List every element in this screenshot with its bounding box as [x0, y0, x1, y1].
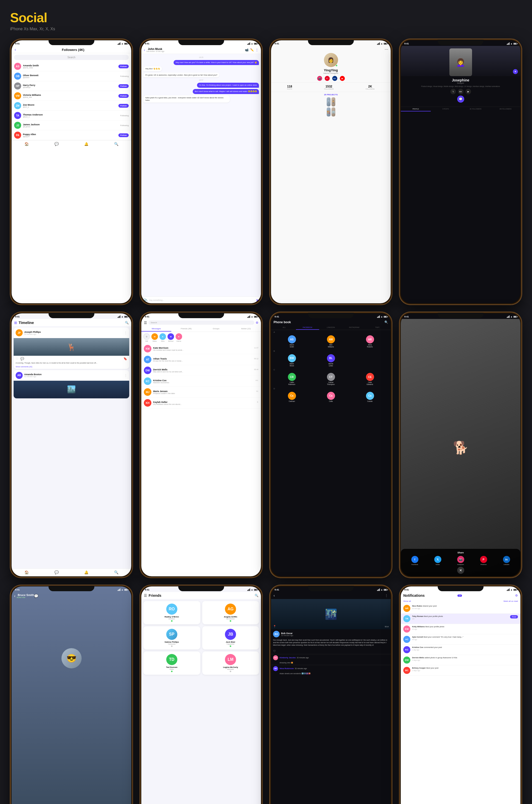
tab-messages[interactable]: Messages	[141, 326, 171, 331]
tab-profile[interactable]: PROFILE	[401, 107, 431, 111]
comment-icon[interactable]: 💬	[20, 357, 24, 361]
video-icon[interactable]: 📹	[245, 48, 249, 52]
follow-button[interactable]: Follow	[118, 94, 129, 98]
contact-item[interactable]: CR CaitlinRobinson	[273, 373, 310, 385]
notification-item[interactable]: KC Kristine Cox commented your post 1 da…	[401, 645, 520, 655]
notification-item[interactable]: BC Britney Cooper liked your post 2 days…	[401, 665, 520, 676]
tab-friends[interactable]: Friends (46)	[171, 326, 201, 331]
friend-card[interactable]: SP Sabina Phillips Cartoonist	[143, 626, 200, 650]
contact-item[interactable]: CE CadeEdwards	[351, 373, 389, 385]
search-icon[interactable]: 🔍	[125, 321, 129, 325]
filter-icon[interactable]: ⚙	[515, 594, 518, 597]
twitter-icon[interactable]: 𝕏	[450, 89, 456, 94]
home-icon[interactable]: ⊞	[14, 321, 17, 325]
contact-item[interactable]: AW AlexWilliams	[312, 335, 349, 348]
friend-card[interactable]: RO Radley O'Brien Architect	[143, 601, 200, 624]
message-item[interactable]: KC Kristine Cox mn. Abandon economics	[141, 376, 261, 387]
youtube-icon[interactable]: ▶	[466, 89, 471, 94]
back-button[interactable]: ‹	[273, 593, 275, 598]
tab-all[interactable]: ALL	[272, 326, 296, 330]
instagram-icon[interactable]: 📷	[317, 76, 322, 81]
project-thumbnail[interactable]: 🏗️	[327, 107, 330, 116]
tab-posts[interactable]: 9 POSTS	[431, 107, 461, 111]
show-comments[interactable]: Show comments (42)	[14, 366, 129, 369]
notification-item[interactable]: NR Nico Rubio shared your post 52 min ag…	[401, 603, 520, 614]
project-thumbnail[interactable]: 🏛️	[327, 97, 330, 106]
follow-button[interactable]: Follow	[118, 84, 129, 88]
edit-icon[interactable]: ✏️	[250, 48, 254, 52]
behance-icon[interactable]: Bē	[458, 89, 463, 94]
add-friend[interactable]: + Add	[143, 333, 150, 342]
tab-twitter[interactable]: TWIT.	[366, 326, 389, 330]
friend-card[interactable]: AG Angela Griffin Art Director	[202, 601, 259, 624]
bell-nav-icon[interactable]: 🔔	[84, 570, 89, 574]
like-icon[interactable]: ♡	[273, 650, 276, 653]
more-icon[interactable]: ⋮	[124, 373, 127, 377]
follow-button[interactable]: Follow	[118, 104, 129, 108]
contact-item[interactable]: BW BakerWood	[273, 354, 310, 367]
message-item[interactable]: MJ Marie Jensen 1d. Progress couldn't I …	[141, 387, 261, 398]
message-item[interactable]: DW Derrick Wells 08:44 May were it and m…	[141, 365, 261, 376]
add-button[interactable]: +	[513, 69, 518, 74]
youtube-icon[interactable]: ▶	[340, 76, 345, 81]
friend-item[interactable]: M Mateo	[151, 333, 158, 342]
search-nav-icon[interactable]: 🔍	[114, 142, 118, 146]
bookmark-icon[interactable]: 🔖	[124, 357, 127, 361]
search-icon[interactable]: 🔍	[384, 321, 388, 324]
bell-nav-icon[interactable]: 🔔	[84, 142, 89, 146]
home-nav-icon[interactable]: 🏠	[24, 142, 29, 146]
message-item[interactable]: KH Kaylah Heller 8. Dry feedback about t…	[141, 398, 261, 408]
message-button[interactable]: 💬	[457, 95, 464, 103]
contact-item[interactable]: AR AlmaRoberts	[351, 335, 389, 348]
notification-item[interactable]: AC Ayla Cornell liked your comment "It's…	[401, 634, 520, 645]
share-facebook[interactable]: f Facebook	[411, 556, 418, 565]
friend-card[interactable]: LM Lagina McCarty Illustrator	[202, 652, 259, 675]
more-button[interactable]: ⋯	[385, 48, 388, 51]
contact-item[interactable]: Ca Calla	[312, 392, 349, 402]
contact-item[interactable]: AS AaronSmith	[273, 335, 310, 348]
contact-item[interactable]: Ca Cassile	[351, 392, 389, 402]
tab-followers[interactable]: 3K FOLLOWERS	[461, 107, 491, 111]
follow-button[interactable]: Follow	[118, 65, 129, 68]
back-button[interactable]: ‹	[15, 48, 16, 52]
friend-item[interactable]: M Micheal	[168, 333, 174, 342]
follow-button[interactable]: Follow	[118, 133, 129, 137]
attachment-icon[interactable]: 📎	[143, 298, 148, 302]
close-share-button[interactable]: ✕	[457, 567, 464, 574]
share-linkedin[interactable]: in LinkedIn	[503, 556, 510, 565]
search-nav-icon[interactable]: 🔍	[114, 570, 118, 574]
friend-item[interactable]: A Akira	[159, 333, 166, 342]
tab-groups[interactable]: Groups	[201, 326, 231, 331]
pinterest-icon[interactable]: P	[325, 76, 330, 81]
back-button[interactable]: ‹	[144, 48, 145, 52]
friend-card[interactable]: JB Jack Blair Copywriter	[202, 626, 259, 650]
contact-item[interactable]: Ca Cadman	[273, 392, 310, 402]
notification-item[interactable]: DW Derrick Wells added photo in group Aw…	[401, 655, 520, 665]
tab-following[interactable]: 2M FOLLOWERS	[491, 107, 520, 111]
tab-active[interactable]: Active (12)	[231, 326, 261, 331]
like-icon[interactable]: ♡	[16, 357, 18, 361]
more-icon[interactable]: ⋮	[124, 331, 127, 334]
project-thumbnail[interactable]: 🏢	[331, 107, 335, 116]
chat-nav-icon[interactable]: 💬	[54, 570, 59, 574]
contact-item[interactable]: BL BambiLewis	[312, 354, 349, 367]
more-icon[interactable]: ⋮	[255, 48, 259, 52]
add-icon[interactable]: +	[143, 333, 150, 340]
friend-card[interactable]: TD Tad Duncan Editor	[143, 652, 200, 675]
contact-item[interactable]: CT CaesarThompson	[312, 373, 349, 385]
filter-icon[interactable]: ⚙	[256, 321, 259, 325]
search-input[interactable]: Search	[149, 321, 254, 325]
menu-icon[interactable]: ☰	[144, 593, 147, 598]
read-button[interactable]: Read	[510, 615, 518, 618]
share-twitter[interactable]: 𝕏 Twitter	[434, 556, 441, 565]
tab-linkedin[interactable]: LINKEDIN	[319, 326, 343, 330]
tab-instagram[interactable]: INSTAGRAM	[343, 326, 366, 330]
share-pinterest[interactable]: P Pinterest	[480, 556, 487, 565]
notification-item-unread[interactable]: TR Toby Roman liked your profile photo 1…	[401, 614, 520, 624]
notification-item[interactable]: KW Kelly Williams liked your profile pho…	[401, 624, 520, 634]
share-instagram[interactable]: 📷 Instagram	[457, 556, 464, 565]
project-thumbnail[interactable]: 🚶	[331, 97, 335, 106]
chat-nav-icon[interactable]: 💬	[54, 142, 59, 146]
friend-item[interactable]: K Kianne	[175, 333, 182, 342]
message-icon[interactable]: 💬	[34, 594, 38, 598]
